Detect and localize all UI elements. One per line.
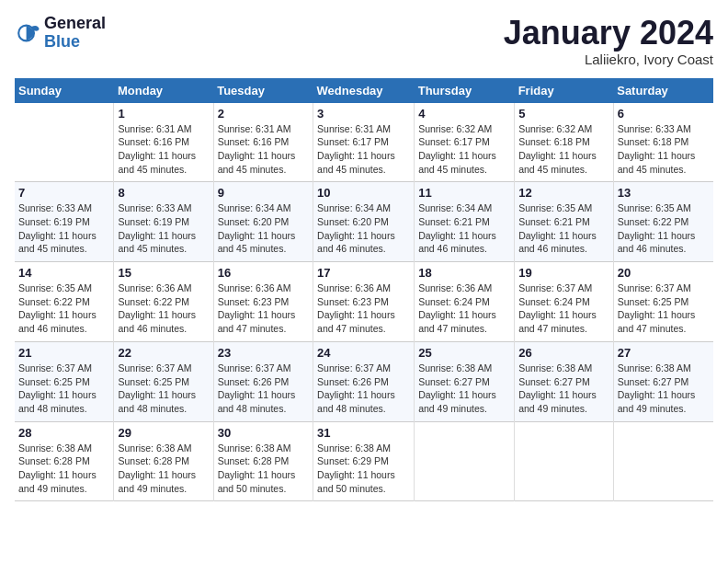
day-info: Sunrise: 6:33 AMSunset: 6:18 PMDaylight:… bbox=[618, 122, 710, 177]
day-number: 19 bbox=[518, 266, 609, 280]
day-info: Sunrise: 6:38 AMSunset: 6:27 PMDaylight:… bbox=[618, 362, 710, 416]
calendar-cell: 8Sunrise: 6:33 AMSunset: 6:19 PMDaylight… bbox=[114, 182, 213, 262]
logo-line2: Blue bbox=[44, 33, 106, 52]
calendar-title: January 2024 bbox=[504, 15, 713, 52]
day-info: Sunrise: 6:38 AMSunset: 6:28 PMDaylight:… bbox=[18, 442, 109, 496]
calendar-cell: 30Sunrise: 6:38 AMSunset: 6:28 PMDayligh… bbox=[213, 421, 313, 501]
day-number: 13 bbox=[618, 186, 710, 200]
weekday-header-tuesday: Tuesday bbox=[213, 78, 313, 103]
day-number: 26 bbox=[518, 346, 609, 360]
day-number: 9 bbox=[218, 186, 309, 200]
calendar-cell: 9Sunrise: 6:34 AMSunset: 6:20 PMDaylight… bbox=[213, 182, 313, 262]
calendar-week-row: 1Sunrise: 6:31 AMSunset: 6:16 PMDaylight… bbox=[15, 103, 713, 182]
day-number: 25 bbox=[418, 346, 510, 360]
day-number: 6 bbox=[618, 107, 710, 121]
calendar-cell: 19Sunrise: 6:37 AMSunset: 6:24 PMDayligh… bbox=[515, 262, 614, 342]
calendar-cell: 21Sunrise: 6:37 AMSunset: 6:25 PMDayligh… bbox=[15, 341, 114, 421]
calendar-cell: 14Sunrise: 6:35 AMSunset: 6:22 PMDayligh… bbox=[15, 262, 114, 342]
calendar-cell bbox=[515, 421, 614, 501]
day-number: 11 bbox=[418, 186, 510, 200]
day-info: Sunrise: 6:37 AMSunset: 6:25 PMDaylight:… bbox=[618, 282, 710, 336]
day-info: Sunrise: 6:34 AMSunset: 6:20 PMDaylight:… bbox=[218, 201, 309, 256]
day-info: Sunrise: 6:35 AMSunset: 6:22 PMDaylight:… bbox=[618, 201, 710, 256]
day-info: Sunrise: 6:36 AMSunset: 6:23 PMDaylight:… bbox=[317, 282, 410, 336]
day-info: Sunrise: 6:36 AMSunset: 6:24 PMDaylight:… bbox=[418, 282, 510, 336]
calendar-cell: 15Sunrise: 6:36 AMSunset: 6:22 PMDayligh… bbox=[114, 262, 213, 342]
calendar-cell: 4Sunrise: 6:32 AMSunset: 6:17 PMDaylight… bbox=[415, 103, 515, 182]
calendar-cell: 12Sunrise: 6:35 AMSunset: 6:21 PMDayligh… bbox=[515, 182, 614, 262]
calendar-cell: 24Sunrise: 6:37 AMSunset: 6:26 PMDayligh… bbox=[313, 341, 415, 421]
page-header: General Blue January 2024 Laliiekro, Ivo… bbox=[15, 15, 713, 67]
day-number: 7 bbox=[18, 186, 109, 200]
weekday-header-sunday: Sunday bbox=[15, 78, 114, 103]
day-number: 2 bbox=[218, 107, 309, 121]
day-info: Sunrise: 6:36 AMSunset: 6:23 PMDaylight:… bbox=[218, 282, 309, 336]
day-number: 3 bbox=[317, 107, 410, 121]
calendar-cell bbox=[613, 421, 713, 501]
day-info: Sunrise: 6:32 AMSunset: 6:17 PMDaylight:… bbox=[418, 122, 510, 177]
weekday-header-monday: Monday bbox=[114, 78, 213, 103]
weekday-header-row: SundayMondayTuesdayWednesdayThursdayFrid… bbox=[15, 78, 713, 103]
day-number: 12 bbox=[518, 186, 609, 200]
logo-icon bbox=[15, 20, 40, 46]
calendar-cell: 23Sunrise: 6:37 AMSunset: 6:26 PMDayligh… bbox=[213, 341, 313, 421]
day-info: Sunrise: 6:34 AMSunset: 6:20 PMDaylight:… bbox=[317, 201, 410, 256]
day-number: 29 bbox=[118, 426, 209, 440]
day-number: 20 bbox=[618, 266, 710, 280]
day-number: 4 bbox=[418, 107, 510, 121]
calendar-week-row: 14Sunrise: 6:35 AMSunset: 6:22 PMDayligh… bbox=[15, 262, 713, 342]
day-number: 10 bbox=[317, 186, 410, 200]
day-info: Sunrise: 6:37 AMSunset: 6:26 PMDaylight:… bbox=[317, 362, 410, 416]
day-info: Sunrise: 6:37 AMSunset: 6:25 PMDaylight:… bbox=[118, 362, 209, 416]
calendar-subtitle: Laliiekro, Ivory Coast bbox=[504, 52, 713, 67]
calendar-week-row: 7Sunrise: 6:33 AMSunset: 6:19 PMDaylight… bbox=[15, 182, 713, 262]
day-info: Sunrise: 6:38 AMSunset: 6:27 PMDaylight:… bbox=[518, 362, 609, 416]
day-number: 1 bbox=[118, 107, 209, 121]
calendar-cell: 5Sunrise: 6:32 AMSunset: 6:18 PMDaylight… bbox=[515, 103, 614, 182]
weekday-header-wednesday: Wednesday bbox=[313, 78, 415, 103]
calendar-cell: 22Sunrise: 6:37 AMSunset: 6:25 PMDayligh… bbox=[114, 341, 213, 421]
calendar-table: SundayMondayTuesdayWednesdayThursdayFrid… bbox=[15, 78, 713, 502]
calendar-cell: 28Sunrise: 6:38 AMSunset: 6:28 PMDayligh… bbox=[15, 421, 114, 501]
day-info: Sunrise: 6:32 AMSunset: 6:18 PMDaylight:… bbox=[518, 122, 609, 177]
day-number: 15 bbox=[118, 266, 209, 280]
day-number: 17 bbox=[317, 266, 410, 280]
calendar-cell: 26Sunrise: 6:38 AMSunset: 6:27 PMDayligh… bbox=[515, 341, 614, 421]
day-number: 14 bbox=[18, 266, 109, 280]
logo-text: General Blue bbox=[44, 15, 106, 52]
calendar-cell: 13Sunrise: 6:35 AMSunset: 6:22 PMDayligh… bbox=[613, 182, 713, 262]
calendar-cell: 2Sunrise: 6:31 AMSunset: 6:16 PMDaylight… bbox=[213, 103, 313, 182]
day-info: Sunrise: 6:35 AMSunset: 6:21 PMDaylight:… bbox=[518, 201, 609, 256]
weekday-header-thursday: Thursday bbox=[415, 78, 515, 103]
calendar-cell: 20Sunrise: 6:37 AMSunset: 6:25 PMDayligh… bbox=[613, 262, 713, 342]
day-info: Sunrise: 6:37 AMSunset: 6:24 PMDaylight:… bbox=[518, 282, 609, 336]
calendar-week-row: 21Sunrise: 6:37 AMSunset: 6:25 PMDayligh… bbox=[15, 341, 713, 421]
day-info: Sunrise: 6:33 AMSunset: 6:19 PMDaylight:… bbox=[18, 201, 109, 256]
calendar-cell: 29Sunrise: 6:38 AMSunset: 6:28 PMDayligh… bbox=[114, 421, 213, 501]
calendar-cell: 17Sunrise: 6:36 AMSunset: 6:23 PMDayligh… bbox=[313, 262, 415, 342]
day-info: Sunrise: 6:35 AMSunset: 6:22 PMDaylight:… bbox=[18, 282, 109, 336]
day-info: Sunrise: 6:37 AMSunset: 6:25 PMDaylight:… bbox=[18, 362, 109, 416]
day-number: 16 bbox=[218, 266, 309, 280]
day-number: 31 bbox=[317, 426, 410, 440]
day-number: 23 bbox=[218, 346, 309, 360]
day-info: Sunrise: 6:31 AMSunset: 6:16 PMDaylight:… bbox=[118, 122, 209, 177]
calendar-cell: 31Sunrise: 6:38 AMSunset: 6:29 PMDayligh… bbox=[313, 421, 415, 501]
calendar-cell: 3Sunrise: 6:31 AMSunset: 6:17 PMDaylight… bbox=[313, 103, 415, 182]
day-number: 28 bbox=[18, 426, 109, 440]
logo-line1: General bbox=[44, 15, 106, 33]
day-info: Sunrise: 6:33 AMSunset: 6:19 PMDaylight:… bbox=[118, 201, 209, 256]
title-block: January 2024 Laliiekro, Ivory Coast bbox=[504, 15, 713, 67]
day-number: 27 bbox=[618, 346, 710, 360]
day-number: 22 bbox=[118, 346, 209, 360]
day-number: 8 bbox=[118, 186, 209, 200]
calendar-cell: 18Sunrise: 6:36 AMSunset: 6:24 PMDayligh… bbox=[415, 262, 515, 342]
day-number: 30 bbox=[218, 426, 309, 440]
calendar-cell: 1Sunrise: 6:31 AMSunset: 6:16 PMDaylight… bbox=[114, 103, 213, 182]
logo: General Blue bbox=[15, 15, 106, 52]
calendar-cell: 11Sunrise: 6:34 AMSunset: 6:21 PMDayligh… bbox=[415, 182, 515, 262]
day-number: 18 bbox=[418, 266, 510, 280]
calendar-cell bbox=[415, 421, 515, 501]
calendar-cell: 25Sunrise: 6:38 AMSunset: 6:27 PMDayligh… bbox=[415, 341, 515, 421]
day-info: Sunrise: 6:34 AMSunset: 6:21 PMDaylight:… bbox=[418, 201, 510, 256]
